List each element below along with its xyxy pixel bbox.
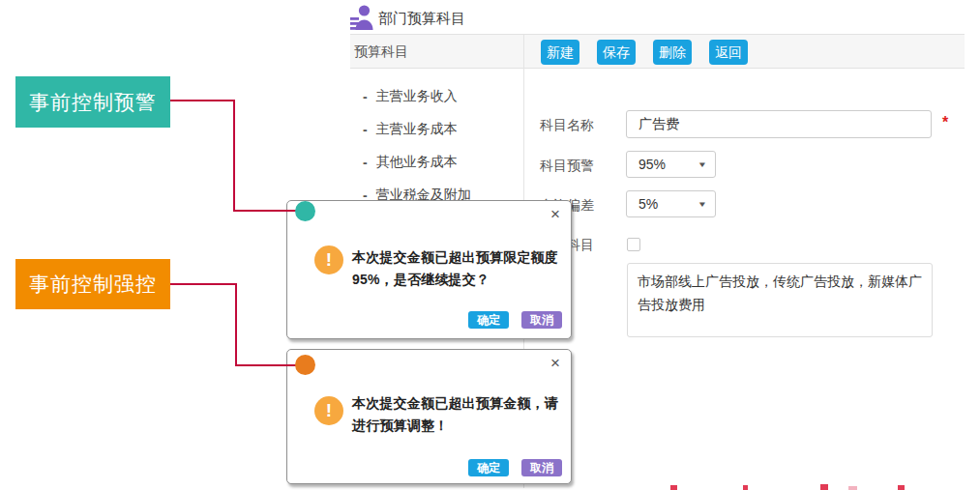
subject-warning-value: 95% <box>638 157 698 172</box>
delete-button[interactable]: 删除 <box>653 40 692 65</box>
budget-warning-dialog: × ! 本次提交金额已超出预算限定额度 95%，是否继续提交？ 确定 取消 <box>286 200 572 339</box>
dialog-message-line2: 95%，是否继续提交？ <box>352 269 567 291</box>
exclamation-icon: ! <box>314 396 343 425</box>
close-icon[interactable]: × <box>550 205 560 224</box>
cancel-button[interactable]: 取消 <box>521 459 562 476</box>
page-title: 部门预算科目 <box>378 10 465 28</box>
tree-bullet: - <box>363 155 368 170</box>
back-button[interactable]: 返回 <box>709 40 748 65</box>
sidebar-item-main-revenue[interactable]: - 主营业务收入 <box>363 87 458 106</box>
dialog-buttons: 确定 取消 <box>468 311 562 329</box>
sidebar-item-label: 主营业务收入 <box>376 88 458 105</box>
cancel-button[interactable]: 取消 <box>521 311 562 329</box>
pre-control-warning-callout: 事前控制预警 <box>15 76 170 128</box>
dialog-message: 本次提交金额已超出预算限定额度 95%，是否继续提交？ <box>352 246 567 291</box>
toolbar-buttons: 新建 保存 删除 返回 <box>541 40 748 65</box>
user-report-icon <box>350 4 373 31</box>
description-textarea[interactable]: 市场部线上广告投放，传统广告投放，新媒体广告投放费用 <box>627 263 933 337</box>
cropped-artifact <box>670 485 677 490</box>
caret-down-icon: ▼ <box>698 160 707 169</box>
sidebar-item-label: 主营业务成本 <box>376 121 458 138</box>
sidebar-item-other-cost[interactable]: - 其他业务成本 <box>363 153 458 172</box>
connector-line <box>233 210 297 212</box>
connector-line <box>235 283 237 366</box>
divider <box>350 68 965 69</box>
dialog-message-line1: 本次提交金额已超出预算限定额度 <box>352 246 567 269</box>
cropped-artifact <box>898 485 905 490</box>
connector-line <box>170 283 236 285</box>
budget-exceeded-dialog: × ! 本次提交金额已超出预算金额，请 进行预算调整！ 确定 取消 <box>286 349 572 484</box>
exclamation-icon: ! <box>314 245 343 274</box>
cropped-artifact <box>820 484 828 490</box>
confirm-button[interactable]: 确定 <box>468 459 509 476</box>
connector-line <box>235 364 297 366</box>
caret-down-icon: ▼ <box>698 200 707 209</box>
subject-name-label: 科目名称 <box>540 117 602 134</box>
cropped-artifact <box>848 486 857 490</box>
dialog-message-line1: 本次提交金额已超出预算金额，请 <box>352 392 567 415</box>
dialog-buttons: 确定 取消 <box>468 459 562 476</box>
close-icon[interactable]: × <box>550 354 560 373</box>
subject-name-input[interactable] <box>626 110 932 138</box>
allowed-deviation-select[interactable]: 5% ▼ <box>626 190 716 217</box>
new-button[interactable]: 新建 <box>541 40 579 65</box>
tree-bullet: - <box>363 89 368 104</box>
shared-subject-checkbox[interactable] <box>627 238 640 251</box>
sidebar-item-label: 其他业务成本 <box>376 154 458 171</box>
divider <box>350 34 965 35</box>
tree-bullet: - <box>363 122 368 137</box>
subject-warning-select[interactable]: 95% ▼ <box>626 151 716 178</box>
teal-marker-dot <box>295 201 315 221</box>
allowed-deviation-value: 5% <box>638 196 698 212</box>
confirm-button[interactable]: 确定 <box>468 311 509 329</box>
orange-marker-dot <box>295 355 315 375</box>
sidebar-item-main-cost[interactable]: - 主营业务成本 <box>363 120 458 139</box>
screen: 部门预算科目 预算科目 新建 保存 删除 返回 - 主营业务收入 - 主营业务成… <box>0 0 980 490</box>
subject-warning-label: 科目预警 <box>540 158 602 175</box>
dialog-message-line2: 进行预算调整！ <box>352 415 567 437</box>
connector-line <box>233 100 235 212</box>
save-button[interactable]: 保存 <box>597 40 636 65</box>
pre-control-force-callout: 事前控制强控 <box>15 259 170 309</box>
dialog-message: 本次提交金额已超出预算金额，请 进行预算调整！ <box>352 392 567 437</box>
sidebar-title: 预算科目 <box>354 43 408 61</box>
connector-line <box>170 100 234 101</box>
cropped-artifact <box>743 485 748 490</box>
required-marker: * <box>942 114 948 131</box>
